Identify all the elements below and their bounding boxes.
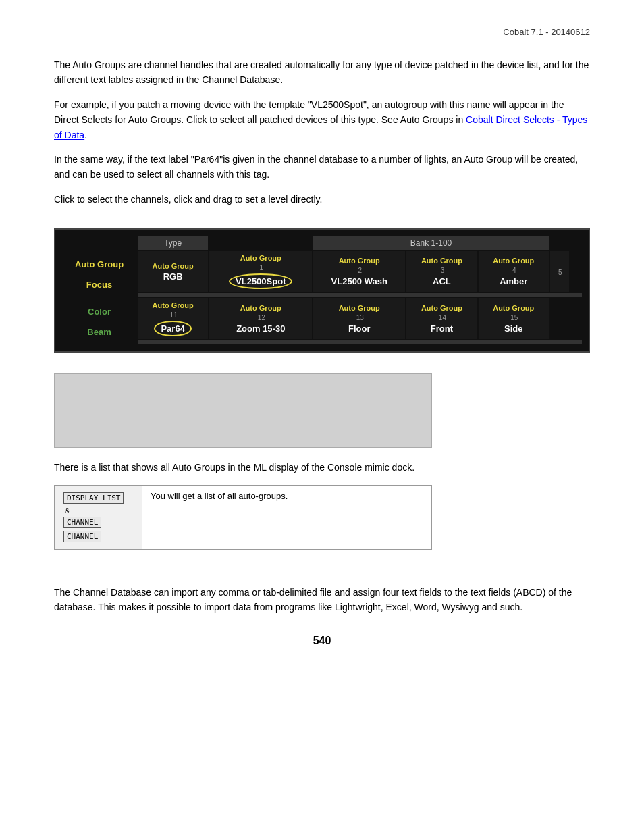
bank-header: Bank 1-100 (313, 236, 549, 250)
display-list-row: DISPLAY LIST & CHANNEL CHANNEL You will … (55, 485, 432, 549)
paragraph-2: For example, if you patch a moving devic… (54, 97, 590, 142)
row-divider-1 (62, 293, 582, 297)
page-number: 540 (54, 635, 590, 647)
row-divider-2 (62, 340, 582, 344)
ag11-cell[interactable]: Auto Group11 Par64 (138, 298, 208, 339)
type-header: Type (138, 236, 208, 250)
par64-highlight: Par64 (154, 321, 191, 336)
paragraph-1: The Auto Groups are channel handles that… (54, 57, 590, 88)
table-row-2: Color Beam Auto Group11 Par64 Auto Group… (62, 298, 582, 339)
channel-button-2[interactable]: CHANNEL (63, 531, 101, 542)
display-list-left: DISPLAY LIST & CHANNEL CHANNEL (55, 485, 142, 549)
left-label-color: Color (88, 307, 111, 317)
left-label-focus: Focus (86, 280, 112, 290)
display-list-table: DISPLAY LIST & CHANNEL CHANNEL You will … (54, 485, 432, 550)
version-header: Cobalt 7.1 - 20140612 (54, 27, 590, 37)
vl2500spot-highlight: VL2500Spot (229, 273, 292, 289)
table-row-1: Auto Group Focus Auto Group RGB Auto Gro… (62, 251, 582, 292)
ag12-cell[interactable]: Auto Group12 Zoom 15-30 (209, 298, 312, 339)
paragraph-3: In the same way, if the text label "Par6… (54, 152, 590, 182)
ag1-cell[interactable]: Auto Group1 VL2500Spot (209, 251, 312, 292)
ag4-cell[interactable]: Auto Group4 Amber (479, 251, 549, 292)
type-rgb-cell: Auto Group RGB (138, 251, 208, 292)
ampersand-symbol: & (65, 506, 70, 515)
ag14-cell[interactable]: Auto Group14 Front (406, 298, 477, 339)
display-list-description: You will get a list of all auto-groups. (142, 485, 432, 549)
ag2-cell[interactable]: Auto Group2 VL2500 Wash (313, 251, 405, 292)
left-label-beam: Beam (87, 327, 111, 337)
para2-after-link: . (84, 130, 87, 140)
ag3-cell[interactable]: Auto Group3 ACL (406, 251, 477, 292)
left-label-autogroup: Auto Group (75, 259, 124, 269)
gray-preview-box (54, 373, 432, 448)
ag5-num-cell: 5 (550, 251, 569, 292)
ag15-cell[interactable]: Auto Group15 Side (479, 298, 549, 339)
bottom-paragraph: The Channel Database can import any comm… (54, 585, 590, 615)
paragraph-below-gray: There is a list that shows all Auto Grou… (54, 460, 590, 475)
table-header-row: Type Bank 1-100 (62, 236, 582, 250)
paragraph-4: Click to select the channels, click and … (54, 192, 590, 207)
ag13-cell[interactable]: Auto Group13 Floor (313, 298, 405, 339)
auto-group-table: Type Bank 1-100 Auto Group Focus Auto Gr… (54, 228, 590, 353)
channel-button-1[interactable]: CHANNEL (63, 517, 101, 528)
display-list-button[interactable]: DISPLAY LIST (63, 492, 124, 504)
